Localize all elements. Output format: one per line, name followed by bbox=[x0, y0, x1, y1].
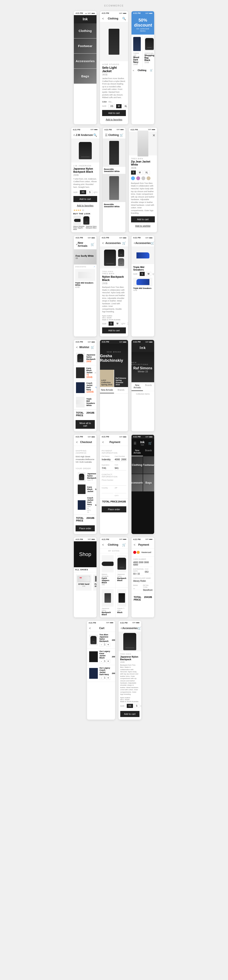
nylon-size-xs[interactable]: XS bbox=[127, 704, 133, 708]
back-icon-sn[interactable]: < bbox=[134, 241, 135, 245]
acc-size-m[interactable]: M bbox=[115, 321, 120, 326]
size-s-bp[interactable]: S bbox=[87, 190, 92, 194]
cp-product-1[interactable]: Maison Margiela Patch Slippers Black 34$ bbox=[100, 554, 115, 587]
acc-add-cart-button[interactable]: Add to cart bbox=[102, 328, 126, 333]
back-icon-pay[interactable]: < bbox=[102, 441, 104, 444]
size-xs[interactable]: XS bbox=[109, 104, 115, 108]
add-favorites-bp-button[interactable]: Add to favorites bbox=[73, 203, 97, 208]
payment-place-order-button[interactable]: Place order bbox=[102, 506, 126, 512]
zip-size-m[interactable]: M bbox=[137, 170, 142, 175]
tab-brands-col[interactable]: Brands bbox=[143, 382, 154, 391]
place-order-button[interactable]: Place order bbox=[76, 525, 95, 531]
qty-plus-3[interactable]: + bbox=[106, 676, 110, 680]
move-all-button[interactable]: Move all to cart bbox=[76, 420, 95, 429]
back-icon-small[interactable]: < bbox=[133, 69, 134, 72]
back-icon-na[interactable]: < bbox=[76, 243, 78, 246]
cart-icon-small[interactable]: 🛒 bbox=[150, 69, 153, 72]
qty-minus-2[interactable]: - bbox=[100, 659, 103, 663]
qty-minus-3[interactable]: - bbox=[100, 676, 103, 680]
size-xl[interactable]: XL bbox=[123, 104, 128, 108]
cart-icon-acc[interactable]: 🛒 bbox=[122, 241, 126, 245]
zip-size-xl[interactable]: XL bbox=[144, 170, 150, 175]
cart-icon-wl[interactable]: 🛒 bbox=[91, 345, 94, 349]
back-icon-pcd[interactable]: < bbox=[134, 543, 135, 547]
add-to-cart-button[interactable]: Add to cart bbox=[102, 110, 126, 116]
wishlist-item-2[interactable]: Kane Black Jacket +5 3354$ ✕ bbox=[74, 366, 97, 380]
remove-icon-2[interactable]: ✕ bbox=[94, 371, 97, 374]
card-input[interactable] bbox=[115, 457, 126, 462]
category-item-accessories[interactable]: Accessories bbox=[74, 54, 97, 69]
tab-brands-home[interactable]: Brands bbox=[143, 447, 154, 456]
cart-icon-cp[interactable]: 🛒 bbox=[122, 543, 126, 547]
view-all[interactable]: ↗ bbox=[93, 266, 95, 268]
swatch-beige[interactable] bbox=[147, 177, 150, 180]
editorial-card-2[interactable]: Raf Simons Spring Summer 2015 bbox=[114, 370, 128, 387]
country-input[interactable] bbox=[102, 489, 113, 493]
swatch-purple[interactable] bbox=[136, 177, 140, 180]
back-icon-acc[interactable]: < bbox=[102, 241, 104, 245]
category-item-clothing[interactable]: Clothing bbox=[74, 23, 97, 38]
cp-product-3[interactable]: Japanese Nylon Backpack Black bbox=[100, 587, 115, 617]
phone-input[interactable] bbox=[102, 481, 126, 485]
back-icon-checkout[interactable]: < bbox=[76, 441, 78, 444]
swatch-blue[interactable] bbox=[131, 177, 135, 180]
edit-icon-3[interactable]: ✎ bbox=[95, 386, 97, 389]
swatch-gray[interactable] bbox=[141, 177, 145, 180]
acc-size-s[interactable]: S bbox=[109, 321, 114, 326]
back-icon-nb[interactable]: < bbox=[121, 627, 122, 630]
shoe-card-1[interactable]: CF300 Sand 89$ bbox=[76, 574, 92, 590]
wishlist-item-1[interactable]: Japanese Nylon Backpack 200$ ✕ bbox=[74, 351, 97, 366]
qty-minus-1[interactable]: - bbox=[100, 643, 103, 647]
sn-size-m[interactable]: M bbox=[146, 272, 151, 276]
tab-new-arrivals-home[interactable]: New Arrivals bbox=[131, 447, 143, 456]
home-cell-footwear[interactable]: Footwear bbox=[143, 457, 154, 474]
cp-product-4[interactable]: Classic T-shirt Black bbox=[116, 587, 128, 617]
back-icon-cart[interactable]: < bbox=[89, 627, 91, 630]
zip-input[interactable] bbox=[115, 489, 126, 493]
home-cell-accessories[interactable]: Accessories bbox=[131, 474, 143, 492]
zip-add-cart-button[interactable]: Add to cart bbox=[131, 216, 155, 222]
sale-product-1[interactable]: Three Jap... Wood Dark Navy 190$ bbox=[131, 35, 142, 67]
back-icon[interactable]: < bbox=[102, 17, 104, 20]
search-icon-bp[interactable]: 🔍 bbox=[93, 133, 97, 137]
tab-new-arrivals-col[interactable]: New Arrivals bbox=[131, 382, 143, 391]
shoe-card-2[interactable]: Perforated Slip-on 69$ bbox=[93, 574, 97, 590]
cart-icon-na[interactable]: 🛒 bbox=[91, 243, 94, 246]
cart-icon-nb[interactable]: 🛒 bbox=[138, 627, 141, 630]
sn-size-s[interactable]: S bbox=[140, 272, 145, 276]
size-xs-bp[interactable]: XS bbox=[80, 190, 86, 194]
name-input[interactable] bbox=[102, 457, 113, 462]
cart-icon-home[interactable]: 🛒 bbox=[148, 441, 152, 445]
category-item-bags[interactable]: Bags bbox=[74, 69, 97, 84]
category-item-footwear[interactable]: Footwear bbox=[74, 38, 97, 54]
cvv-input[interactable] bbox=[115, 466, 126, 471]
nylon-add-cart-button[interactable]: Add to cart bbox=[120, 711, 139, 717]
zip-wishlist-button[interactable]: Add to wishlist bbox=[131, 223, 155, 228]
expiry-input[interactable] bbox=[102, 466, 113, 471]
wishlist-item-3[interactable]: Coach Jacket Dark Navy 12354$ ✎ bbox=[74, 380, 97, 395]
back-icon-wl[interactable]: < bbox=[76, 345, 78, 349]
zip-size-s[interactable]: S bbox=[131, 170, 136, 175]
editorial-card-1[interactable]: A.P.C Collection Spring 2015 bbox=[100, 370, 114, 387]
back-icon-bp[interactable]: < bbox=[73, 133, 75, 137]
menu-icon[interactable]: ☰ bbox=[105, 133, 108, 137]
cart-icon-sn[interactable]: 🛒 bbox=[151, 241, 154, 245]
home-cell-bags[interactable]: Bags bbox=[143, 474, 154, 492]
size-m[interactable]: M bbox=[116, 104, 121, 108]
home-cell-clothing[interactable]: Clothing bbox=[131, 457, 143, 474]
wishlist-item-4[interactable]: Triple Mid Sneakers White bbox=[74, 395, 97, 409]
search-icon[interactable]: 🔍 bbox=[122, 17, 126, 20]
add-cart-bp-button[interactable]: Add to cart bbox=[73, 196, 97, 202]
qty-plus-2[interactable]: + bbox=[106, 659, 110, 663]
tab-new-arrivals[interactable]: New Arrivals bbox=[100, 387, 114, 393]
cart-icon-sw[interactable]: 🛒 bbox=[120, 133, 123, 137]
nylon-size-s[interactable]: S bbox=[134, 704, 139, 708]
menu-icon-home[interactable]: ☰ bbox=[134, 441, 136, 445]
cp-product-2[interactable]: Japanese Nylon Backpack Black bbox=[116, 554, 128, 587]
qty-plus-1[interactable]: + bbox=[106, 643, 110, 647]
close-icon[interactable]: ✕ bbox=[152, 133, 155, 137]
tab-brands[interactable]: Brands bbox=[114, 387, 128, 393]
add-to-favorites-button[interactable]: Add to favorites bbox=[102, 117, 126, 122]
sale-product-2[interactable]: Herschel Shopping Bag Black 320$ bbox=[143, 35, 154, 67]
back-icon-cp[interactable]: < bbox=[102, 543, 104, 547]
